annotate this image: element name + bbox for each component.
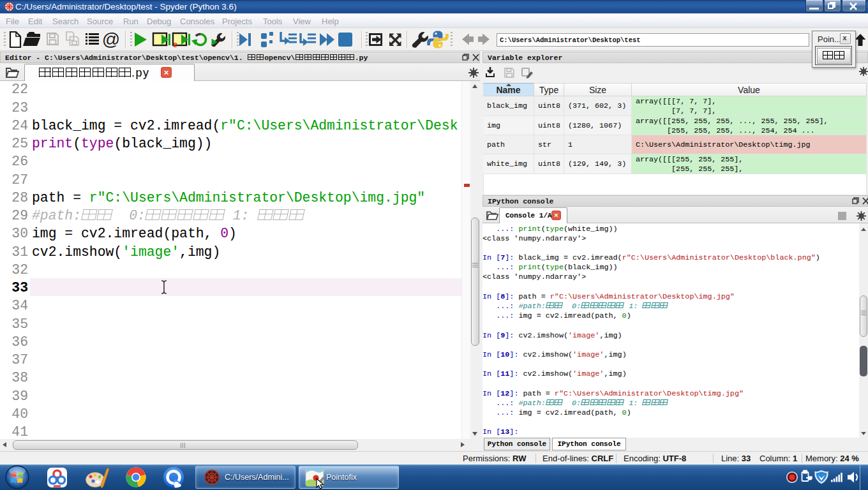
svg-text:e: e bbox=[173, 39, 177, 49]
svg-text:@: @ bbox=[102, 29, 120, 49]
